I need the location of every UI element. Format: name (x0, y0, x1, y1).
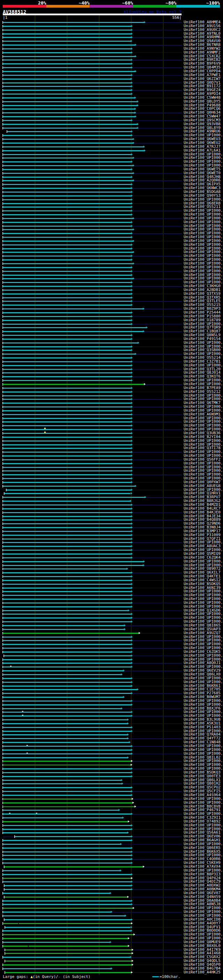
hit-label[interactable]: UniRef100_A4HK25 (184, 970, 221, 974)
hit-bar[interactable] (3, 169, 131, 170)
hit-bar[interactable] (3, 353, 135, 355)
hit-bar[interactable] (3, 161, 131, 162)
hit-bar[interactable] (3, 584, 131, 585)
hit-bar[interactable] (3, 723, 127, 724)
hit-bar[interactable] (3, 900, 131, 901)
hit-bar[interactable] (3, 791, 131, 792)
hit-bar[interactable] (3, 633, 139, 634)
hit-bar[interactable] (3, 395, 131, 396)
hit-bar[interactable] (3, 97, 135, 99)
hit-bar[interactable] (3, 874, 131, 875)
hit-bar[interactable] (3, 629, 124, 630)
hit-bar[interactable] (3, 365, 131, 366)
hit-bar[interactable] (3, 275, 131, 276)
hit-bar[interactable] (3, 565, 143, 566)
hit-bar[interactable] (3, 173, 133, 174)
hit-bar[interactable] (3, 764, 131, 765)
hit-bar[interactable] (3, 418, 131, 419)
hit-bar[interactable] (3, 968, 111, 969)
hit-bar[interactable] (3, 150, 144, 151)
hit-bar[interactable] (3, 199, 131, 200)
hit-bar[interactable] (3, 372, 131, 373)
hit-bar[interactable] (4, 493, 131, 494)
hit-bar[interactable] (3, 452, 131, 453)
hit-bar[interactable] (3, 554, 131, 555)
hit-bar[interactable] (3, 697, 123, 698)
hit-bar[interactable] (3, 342, 138, 344)
hit-bar[interactable] (3, 399, 131, 400)
hit-bar[interactable] (3, 516, 131, 517)
hit-bar[interactable] (3, 380, 131, 381)
hit-bar[interactable] (3, 263, 133, 264)
hit-bar[interactable] (3, 108, 135, 110)
hit-bar[interactable] (3, 878, 131, 879)
hit-bar[interactable] (3, 361, 131, 362)
hit-bar[interactable] (3, 312, 131, 313)
hit-bar[interactable] (3, 135, 131, 136)
hit-bar[interactable] (3, 120, 131, 121)
hit-bar[interactable] (14, 836, 131, 837)
hit-bar[interactable] (3, 848, 131, 849)
hit-bar[interactable] (3, 603, 131, 603)
hit-bar[interactable] (3, 154, 131, 155)
hit-bar[interactable] (3, 862, 131, 864)
hit-bar[interactable] (7, 131, 131, 132)
hit-bar[interactable] (3, 806, 135, 807)
hit-bar[interactable] (3, 83, 131, 83)
hit-bar[interactable] (3, 799, 132, 800)
hit-bar[interactable] (3, 244, 131, 245)
hit-bar[interactable] (3, 667, 131, 667)
hit-bar[interactable] (3, 904, 131, 905)
hit-bar[interactable] (3, 689, 137, 690)
hit-bar[interactable] (3, 203, 131, 204)
hit-bar[interactable] (4, 897, 128, 897)
hit-bar[interactable] (3, 112, 135, 113)
hit-bar[interactable] (3, 226, 131, 227)
hit-bar[interactable] (5, 927, 131, 928)
hit-bar[interactable] (3, 282, 131, 283)
hit-bar[interactable] (3, 760, 131, 762)
hit-bar[interactable] (6, 490, 131, 490)
hit-bar[interactable] (3, 946, 128, 947)
hit-bar[interactable] (3, 331, 143, 332)
hit-bar[interactable] (3, 441, 131, 442)
hit-bar[interactable] (3, 433, 131, 434)
hit-bar[interactable] (3, 934, 133, 935)
hit-bar[interactable] (4, 919, 132, 920)
hit-bar[interactable] (3, 644, 131, 645)
hit-bar[interactable] (3, 591, 131, 592)
hit-bar[interactable] (3, 825, 131, 826)
hit-bar[interactable] (3, 734, 127, 735)
hit-bar[interactable] (3, 127, 137, 129)
hit-bar[interactable] (3, 938, 128, 939)
hit-bar[interactable] (3, 587, 131, 589)
hit-bar[interactable] (3, 324, 131, 325)
hit-bar[interactable] (3, 731, 131, 732)
hit-bar[interactable] (3, 52, 131, 53)
hit-bar[interactable] (3, 716, 131, 716)
hit-bar[interactable] (3, 802, 132, 803)
hit-bar[interactable] (3, 651, 131, 652)
hit-bar[interactable] (3, 780, 121, 781)
hit-bar[interactable] (3, 719, 127, 720)
hit-bar[interactable] (3, 391, 131, 393)
hit-bar[interactable] (3, 463, 131, 464)
hit-bar[interactable] (3, 37, 131, 38)
hit-bar[interactable] (3, 546, 131, 547)
hit-bar[interactable] (3, 783, 122, 784)
hit-bar[interactable] (3, 813, 131, 815)
hit-bar[interactable] (3, 63, 131, 64)
hit-bar[interactable] (3, 105, 137, 106)
hit-bar[interactable] (3, 512, 131, 513)
hit-bar[interactable] (3, 595, 131, 596)
hit-bar[interactable] (3, 474, 131, 475)
hit-bar[interactable] (3, 617, 131, 619)
hit-bar[interactable] (3, 712, 131, 713)
hit-bar[interactable] (3, 41, 131, 42)
hit-bar[interactable] (3, 795, 131, 796)
hit-bar[interactable] (3, 116, 135, 117)
hit-bar[interactable] (5, 961, 132, 962)
hit-bar[interactable] (3, 557, 131, 558)
hit-bar[interactable] (3, 437, 131, 438)
hit-bar[interactable] (3, 678, 131, 679)
